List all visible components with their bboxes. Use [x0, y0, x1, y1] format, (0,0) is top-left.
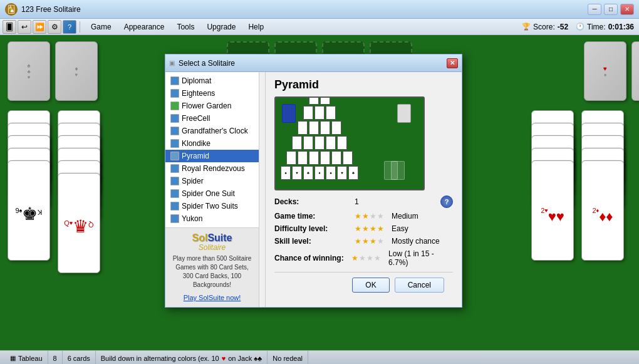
- game-item-royal-rendezvous[interactable]: Royal Rendezvous: [165, 162, 259, 175]
- tableau-col-right-1[interactable]: 10♠ 8♥ A♠ 8♣ 2 ♥ ♥♥: [531, 110, 581, 286]
- mini-card: [309, 121, 319, 135]
- game-icon: [170, 127, 179, 135]
- title-bar-left: 🂡 123 Free Solitaire: [5, 3, 81, 16]
- difficulty-value: Easy: [392, 224, 408, 233]
- time-section: 🕐 Time: 0:01:36: [576, 23, 634, 31]
- tableau-col-1[interactable]: 4♠ 3♣ Q♦ 5♥ 9 ♠ ♚ K: [8, 110, 58, 286]
- minimize-button[interactable]: ─: [588, 4, 601, 15]
- tableau-col-right-2[interactable]: K♥ 10♣ 8♦ A♠ 2 ♦ ♦♦: [581, 110, 631, 286]
- ok-button[interactable]: OK: [352, 278, 389, 293]
- star-2: ★: [362, 224, 369, 233]
- maximize-button[interactable]: □: [604, 4, 618, 15]
- game-icon: [170, 202, 179, 211]
- app-title: 123 Free Solitaire: [21, 5, 81, 14]
- menu-help[interactable]: Help: [242, 21, 270, 33]
- game-item-spider-two-suits[interactable]: Spider Two Suits: [165, 200, 259, 212]
- help-button[interactable]: ?: [440, 195, 453, 208]
- mini-card: [320, 96, 330, 105]
- tableau-label: Tableau: [18, 355, 43, 362]
- game-item-diplomat[interactable]: Diplomat: [165, 75, 259, 87]
- game-list: Diplomat Eighteens Flower Garden FreeCel…: [165, 72, 259, 227]
- dialog-close-button[interactable]: ✕: [447, 58, 458, 68]
- game-item-pyramid[interactable]: Pyramid: [165, 150, 259, 162]
- mini-card: ♣: [348, 166, 358, 180]
- mini-card: [314, 136, 325, 150]
- game-item-grandfathers-clock[interactable]: Grandfather's Clock: [165, 125, 259, 137]
- star-1: ★: [355, 237, 361, 246]
- game-title: Pyramid: [274, 78, 453, 91]
- toolbar-icon-5[interactable]: ?: [63, 20, 76, 34]
- status-bar: ▦ Tableau 8 6 cards Build down in altern…: [0, 350, 639, 364]
- menu-tools[interactable]: Tools: [170, 21, 200, 33]
- toolbar-new-icon[interactable]: 🂠: [3, 20, 16, 34]
- game-item-klondike[interactable]: Klondike: [165, 137, 259, 150]
- game-item-flower-garden[interactable]: Flower Garden: [165, 100, 259, 112]
- mini-card: [320, 151, 330, 165]
- stat-game-time: Game time: ★ ★ ★ ★ Medium: [274, 212, 453, 221]
- preview-waste: [397, 104, 411, 123]
- score-label: Score:: [533, 23, 555, 31]
- game-icon: [170, 177, 179, 185]
- heart-symbol: ♥: [222, 355, 226, 362]
- game-icon: [170, 114, 179, 123]
- star-3: ★: [370, 237, 377, 246]
- game-icon: [170, 189, 179, 198]
- mini-card: [331, 121, 341, 135]
- game-item-spider[interactable]: Spider: [165, 175, 259, 187]
- chance-stars: ★ ★ ★ ★: [351, 254, 381, 263]
- preview-slot-2: [384, 161, 398, 180]
- toolbar-icon-3[interactable]: ⏩: [33, 20, 46, 34]
- game-item-yukon[interactable]: Yukon: [165, 212, 259, 225]
- tableau-icon: ▦: [10, 355, 16, 361]
- skill-label: Skill level:: [274, 237, 350, 246]
- star-1: ★: [355, 212, 361, 221]
- dialog-left-panel: Diplomat Eighteens Flower Garden FreeCel…: [165, 72, 266, 307]
- pyramid-row-6: [286, 151, 353, 165]
- mini-card: ♦: [314, 166, 325, 180]
- mini-card: [326, 136, 336, 150]
- game-item-eighteens[interactable]: Eighteens: [165, 87, 259, 100]
- mini-card: ♥: [337, 166, 347, 180]
- app-icon: 🂡: [5, 3, 18, 16]
- star-3: ★: [366, 254, 373, 263]
- promo-panel: SolSuite Solitaire Play more than 500 So…: [165, 227, 259, 307]
- game-icon-selected: [170, 152, 179, 160]
- status-cards: 6 cards: [63, 351, 96, 364]
- mini-card: [309, 96, 319, 105]
- title-bar: 🂡 123 Free Solitaire ─ □ ✕: [0, 0, 639, 19]
- tableau-col-2[interactable]: 9♣ 6♠ J♥ A♣ 6♦ Q ♥ ♛ Q: [58, 110, 108, 286]
- game-preview: ♠ ♥ ♣ ♦ ♠ ♥ ♣: [274, 96, 425, 190]
- toolbar-icon-4[interactable]: ⚙: [48, 20, 61, 34]
- star-2: ★: [362, 237, 369, 246]
- decks-label: Decks:: [274, 197, 350, 206]
- stat-chance: Chance of winning: ★ ★ ★ ★ Low (1 in 15 …: [274, 249, 453, 267]
- dialog-body: Diplomat Eighteens Flower Garden FreeCel…: [165, 72, 462, 307]
- menu-game[interactable]: Game: [85, 21, 118, 33]
- mini-card: [343, 151, 353, 165]
- pyramid-row-5: [292, 136, 347, 150]
- game-item-freecell[interactable]: FreeCell: [165, 112, 259, 125]
- rule-text: Build down in alternating colors (ex. 10: [101, 355, 219, 362]
- mini-card: ♣: [303, 166, 313, 180]
- difficulty-label: Difficulty level:: [274, 224, 350, 233]
- close-button[interactable]: ✕: [620, 4, 634, 15]
- promo-link[interactable]: Play SolSuite now!: [184, 294, 241, 301]
- toolbar-separator: [80, 21, 80, 33]
- game-time-stars: ★ ★ ★ ★: [355, 212, 384, 221]
- menu-appearance[interactable]: Appearance: [118, 21, 171, 33]
- menu-upgrade[interactable]: Upgrade: [200, 21, 242, 33]
- mini-card: [337, 136, 347, 150]
- stat-difficulty: Difficulty level: ★ ★ ★ ★ Easy: [274, 224, 453, 233]
- time-value: 0:01:36: [608, 23, 634, 31]
- chance-value: Low (1 in 15 - 6.7%): [388, 249, 453, 267]
- mini-card: [303, 106, 313, 120]
- cancel-button[interactable]: Cancel: [395, 278, 444, 293]
- star-4: ★: [377, 237, 384, 246]
- game-icon: [170, 101, 179, 110]
- toolbar-icon-2[interactable]: ↩: [18, 20, 31, 34]
- mini-card: [320, 121, 330, 135]
- game-item-spider-one-suit[interactable]: Spider One Suit: [165, 187, 259, 200]
- on-jack-text: on Jack ♠♣: [228, 355, 262, 362]
- promo-logo: SolSuite Solitaire: [170, 233, 254, 252]
- mini-card: [303, 136, 313, 150]
